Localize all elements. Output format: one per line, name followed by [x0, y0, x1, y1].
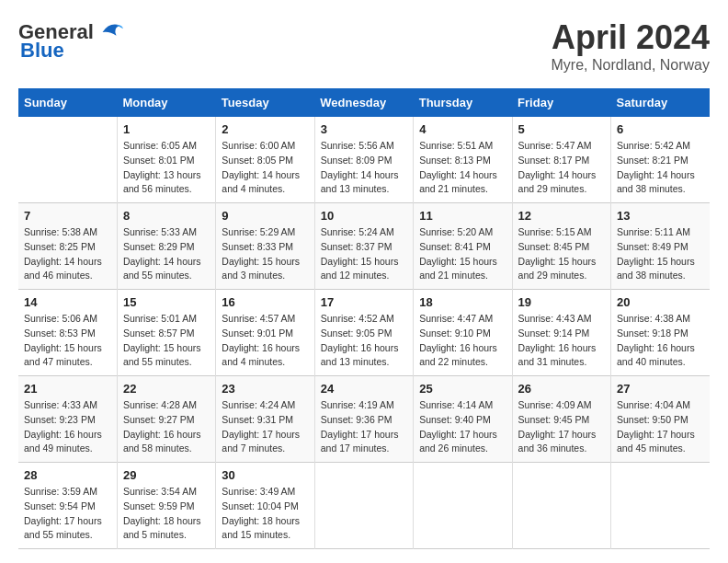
calendar-table: SundayMondayTuesdayWednesdayThursdayFrid…: [18, 88, 710, 549]
calendar-cell: [512, 463, 610, 549]
calendar-cell: 18Sunrise: 4:47 AM Sunset: 9:10 PM Dayli…: [414, 290, 512, 376]
day-info: Sunrise: 5:56 AM Sunset: 8:09 PM Dayligh…: [321, 139, 407, 197]
calendar-cell: 21Sunrise: 4:33 AM Sunset: 9:23 PM Dayli…: [18, 376, 117, 463]
weekday-header: Friday: [512, 88, 610, 117]
weekday-header: Thursday: [414, 88, 512, 117]
day-number: 16: [222, 295, 308, 309]
day-info: Sunrise: 4:09 AM Sunset: 9:45 PM Dayligh…: [518, 398, 605, 456]
day-info: Sunrise: 5:06 AM Sunset: 8:53 PM Dayligh…: [24, 312, 111, 370]
day-info: Sunrise: 5:24 AM Sunset: 8:37 PM Dayligh…: [321, 225, 407, 283]
calendar-cell: 24Sunrise: 4:19 AM Sunset: 9:36 PM Dayli…: [314, 376, 413, 463]
title-area: April 2024 Myre, Nordland, Norway: [552, 18, 711, 74]
calendar-cell: 20Sunrise: 4:38 AM Sunset: 9:18 PM Dayli…: [611, 290, 710, 376]
day-info: Sunrise: 5:11 AM Sunset: 8:49 PM Dayligh…: [617, 225, 704, 283]
day-number: 2: [222, 122, 308, 136]
weekday-header: Tuesday: [216, 88, 314, 117]
calendar-cell: [611, 463, 710, 549]
calendar-cell: 23Sunrise: 4:24 AM Sunset: 9:31 PM Dayli…: [216, 376, 314, 463]
day-number: 11: [419, 209, 506, 223]
calendar-cell: 25Sunrise: 4:14 AM Sunset: 9:40 PM Dayli…: [414, 376, 512, 463]
weekday-header: Wednesday: [314, 88, 413, 117]
day-info: Sunrise: 5:47 AM Sunset: 8:17 PM Dayligh…: [518, 139, 605, 197]
day-info: Sunrise: 4:28 AM Sunset: 9:27 PM Dayligh…: [123, 398, 210, 456]
calendar-week-row: 21Sunrise: 4:33 AM Sunset: 9:23 PM Dayli…: [18, 376, 710, 463]
day-number: 13: [617, 209, 704, 223]
calendar-cell: 14Sunrise: 5:06 AM Sunset: 8:53 PM Dayli…: [18, 290, 117, 376]
day-number: 12: [518, 209, 605, 223]
calendar-cell: 1Sunrise: 6:05 AM Sunset: 8:01 PM Daylig…: [117, 117, 215, 203]
day-number: 27: [617, 382, 704, 396]
day-info: Sunrise: 4:43 AM Sunset: 9:14 PM Dayligh…: [518, 312, 605, 370]
calendar-cell: 26Sunrise: 4:09 AM Sunset: 9:45 PM Dayli…: [512, 376, 610, 463]
calendar-cell: 13Sunrise: 5:11 AM Sunset: 8:49 PM Dayli…: [611, 203, 710, 290]
calendar-cell: 4Sunrise: 5:51 AM Sunset: 8:13 PM Daylig…: [414, 117, 512, 203]
calendar-cell: 16Sunrise: 4:57 AM Sunset: 9:01 PM Dayli…: [216, 290, 314, 376]
day-number: 5: [518, 122, 605, 136]
day-info: Sunrise: 5:38 AM Sunset: 8:25 PM Dayligh…: [24, 225, 111, 283]
calendar-week-row: 28Sunrise: 3:59 AM Sunset: 9:54 PM Dayli…: [18, 463, 710, 549]
day-info: Sunrise: 5:29 AM Sunset: 8:33 PM Dayligh…: [222, 225, 308, 283]
day-number: 3: [321, 122, 407, 136]
day-number: 15: [123, 295, 210, 309]
day-info: Sunrise: 5:01 AM Sunset: 8:57 PM Dayligh…: [123, 312, 210, 370]
calendar-cell: [314, 463, 413, 549]
day-number: 20: [617, 295, 704, 309]
calendar-week-row: 14Sunrise: 5:06 AM Sunset: 8:53 PM Dayli…: [18, 290, 710, 376]
day-number: 24: [321, 382, 407, 396]
day-number: 23: [222, 382, 308, 396]
day-info: Sunrise: 4:19 AM Sunset: 9:36 PM Dayligh…: [321, 398, 407, 456]
header: General Blue April 2024 Myre, Nordland, …: [18, 18, 710, 74]
day-info: Sunrise: 5:20 AM Sunset: 8:41 PM Dayligh…: [419, 225, 506, 283]
calendar-cell: 10Sunrise: 5:24 AM Sunset: 8:37 PM Dayli…: [314, 203, 413, 290]
day-info: Sunrise: 6:05 AM Sunset: 8:01 PM Dayligh…: [123, 139, 210, 197]
day-info: Sunrise: 4:24 AM Sunset: 9:31 PM Dayligh…: [222, 398, 308, 456]
weekday-header: Monday: [117, 88, 215, 117]
day-info: Sunrise: 5:33 AM Sunset: 8:29 PM Dayligh…: [123, 225, 210, 283]
logo-bird-icon: [96, 18, 123, 46]
calendar-cell: 7Sunrise: 5:38 AM Sunset: 8:25 PM Daylig…: [18, 203, 117, 290]
day-number: 22: [123, 382, 210, 396]
day-info: Sunrise: 4:14 AM Sunset: 9:40 PM Dayligh…: [419, 398, 506, 456]
calendar-cell: 9Sunrise: 5:29 AM Sunset: 8:33 PM Daylig…: [216, 203, 314, 290]
weekday-header: Saturday: [611, 88, 710, 117]
calendar-week-row: 1Sunrise: 6:05 AM Sunset: 8:01 PM Daylig…: [18, 117, 710, 203]
calendar-cell: 2Sunrise: 6:00 AM Sunset: 8:05 PM Daylig…: [216, 117, 314, 203]
calendar-cell: [18, 117, 117, 203]
location-title: Myre, Nordland, Norway: [552, 57, 711, 74]
calendar-cell: 12Sunrise: 5:15 AM Sunset: 8:45 PM Dayli…: [512, 203, 610, 290]
day-number: 19: [518, 295, 605, 309]
calendar-cell: 11Sunrise: 5:20 AM Sunset: 8:41 PM Dayli…: [414, 203, 512, 290]
logo: General Blue: [18, 18, 123, 63]
calendar-cell: 22Sunrise: 4:28 AM Sunset: 9:27 PM Dayli…: [117, 376, 215, 463]
day-info: Sunrise: 5:51 AM Sunset: 8:13 PM Dayligh…: [419, 139, 506, 197]
day-number: 29: [123, 468, 210, 482]
calendar-cell: 6Sunrise: 5:42 AM Sunset: 8:21 PM Daylig…: [611, 117, 710, 203]
day-number: 7: [24, 209, 111, 223]
day-info: Sunrise: 3:59 AM Sunset: 9:54 PM Dayligh…: [24, 485, 111, 543]
day-number: 6: [617, 122, 704, 136]
calendar-cell: 19Sunrise: 4:43 AM Sunset: 9:14 PM Dayli…: [512, 290, 610, 376]
logo-blue-text: Blue: [20, 39, 64, 63]
day-info: Sunrise: 4:57 AM Sunset: 9:01 PM Dayligh…: [222, 312, 308, 370]
day-number: 1: [123, 122, 210, 136]
calendar-cell: 30Sunrise: 3:49 AM Sunset: 10:04 PM Dayl…: [216, 463, 314, 549]
calendar-cell: 17Sunrise: 4:52 AM Sunset: 9:05 PM Dayli…: [314, 290, 413, 376]
calendar-cell: 29Sunrise: 3:54 AM Sunset: 9:59 PM Dayli…: [117, 463, 215, 549]
day-number: 25: [419, 382, 506, 396]
day-info: Sunrise: 4:04 AM Sunset: 9:50 PM Dayligh…: [617, 398, 704, 456]
day-number: 21: [24, 382, 111, 396]
day-info: Sunrise: 4:38 AM Sunset: 9:18 PM Dayligh…: [617, 312, 704, 370]
day-number: 10: [321, 209, 407, 223]
calendar-cell: 15Sunrise: 5:01 AM Sunset: 8:57 PM Dayli…: [117, 290, 215, 376]
day-info: Sunrise: 4:52 AM Sunset: 9:05 PM Dayligh…: [321, 312, 407, 370]
calendar-cell: 5Sunrise: 5:47 AM Sunset: 8:17 PM Daylig…: [512, 117, 610, 203]
weekday-header: Sunday: [18, 88, 117, 117]
day-number: 28: [24, 468, 111, 482]
day-info: Sunrise: 4:47 AM Sunset: 9:10 PM Dayligh…: [419, 312, 506, 370]
calendar-cell: 27Sunrise: 4:04 AM Sunset: 9:50 PM Dayli…: [611, 376, 710, 463]
day-number: 18: [419, 295, 506, 309]
day-info: Sunrise: 4:33 AM Sunset: 9:23 PM Dayligh…: [24, 398, 111, 456]
day-info: Sunrise: 6:00 AM Sunset: 8:05 PM Dayligh…: [222, 139, 308, 197]
day-number: 9: [222, 209, 308, 223]
day-number: 30: [222, 468, 308, 482]
